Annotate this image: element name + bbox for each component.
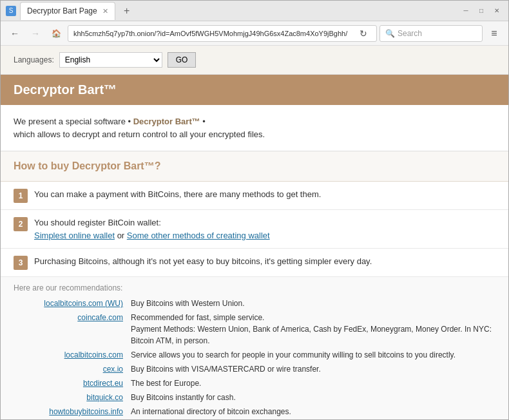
step-3-number: 3 [14,256,28,270]
how-to-title: How to buy Decryptor Bart™? [14,160,495,172]
step-2-number: 2 [14,217,28,231]
search-bar[interactable]: 🔍 Search [379,25,483,42]
intro-line2: which allows to decrypt and return contr… [14,129,265,139]
forward-button[interactable]: → [26,24,44,43]
minimize-button[interactable]: ─ [459,5,472,17]
simplest-wallet-link[interactable]: Simplest online wallet [34,231,115,240]
navigation-bar: ← → 🏠 khh5cmzh5q7yp7th.onion/?id=AmOvf5f… [1,21,508,46]
browser-content: Languages: English GO Decryptor Bart™ We… [1,46,508,419]
rec-row-coincafe: coincafe.com Recommended for fast, simpl… [14,312,495,347]
search-placeholder: Search [398,29,422,38]
rec-desc-btcdirect: The best for Europe. [131,377,495,389]
step-2-content: You should register BitCoin wallet: Simp… [34,216,495,242]
home-button[interactable]: 🏠 [47,24,65,43]
intro-section: We present a special software • Decrypto… [1,105,508,151]
rec-desc-bitquick: Buy Bitcoins instantly for cash. [131,392,495,403]
rec-link-coincafe[interactable]: coincafe.com [14,312,123,323]
go-button[interactable]: GO [168,52,197,68]
new-tab-button[interactable]: + [119,3,135,19]
page-header: Decryptor Bart™ [1,75,508,105]
rec-link-cex[interactable]: cex.io [14,363,123,375]
menu-button[interactable]: ≡ [485,24,503,43]
inner-page: Languages: English GO Decryptor Bart™ We… [1,46,508,419]
intro-text: We present a special software • Decrypto… [14,115,495,140]
rec-desc-howtobuy: An international directory of bitcoin ex… [131,406,495,417]
rec-row-localbitcoins: localbitcoins.com Service allows you to … [14,349,495,361]
rec-row-cex: cex.io Buy Bitcoins with VISA/MASTERCARD… [14,363,495,375]
language-bar: Languages: English GO [1,46,508,75]
reload-button[interactable]: ↻ [356,26,371,41]
rec-row-howtobuy: howtobuybitcoins.info An international d… [14,406,495,417]
how-to-section-header: How to buy Decryptor Bart™? [1,151,508,182]
address-bar[interactable]: khh5cmzh5q7yp7th.onion/?id=AmOvf5fWGH5VM… [68,25,377,42]
step-2: 2 You should register BitCoin wallet: Si… [1,210,508,249]
title-bar: S Decryptor Bart Page ✕ + ─ □ ✕ [1,1,508,21]
intro-line1: We present a special software • Decrypto… [14,117,206,126]
address-text: khh5cmzh5q7yp7th.onion/?id=AmOvf5fWGH5VM… [73,30,356,37]
back-button[interactable]: ← [6,24,24,43]
rec-desc-coincafe: Recommended for fast, simple service.Pay… [131,312,495,347]
recommendations-section: Here are our recommendations: localbitco… [1,277,508,419]
rec-row-btcdirect: btcdirect.eu The best for Europe. [14,377,495,389]
rec-desc-localbitcoins-wu: Buy Bitcoins with Western Union. [131,298,495,309]
page-title: Decryptor Bart™ [14,82,495,97]
browser-tab[interactable]: Decryptor Bart Page ✕ [20,2,115,20]
lang-label: Languages: [14,55,54,64]
tab-title: Decryptor Bart Page [27,6,97,15]
tab-close-icon[interactable]: ✕ [102,7,108,15]
step-1: 1 You can make a payment with BitCoins, … [1,182,508,210]
rec-link-localbitcoins[interactable]: localbitcoins.com [14,349,123,361]
browser-favicon: S [6,6,16,16]
maximize-button[interactable]: □ [475,5,488,17]
step-2-text: You should register BitCoin wallet: [34,218,161,227]
step-1-number: 1 [14,189,28,203]
step-3: 3 Purchasing Bitcoins, although it's not… [1,249,508,277]
other-methods-link[interactable]: Some other methods of creating wallet [127,231,270,240]
rec-desc-cex: Buy Bitcoins with VISA/MASTERCARD or wir… [131,363,495,375]
step-2-or: or [117,231,127,240]
language-select[interactable]: English [59,52,162,68]
rec-table: localbitcoins.com (WU) Buy Bitcoins with… [14,298,495,419]
step-3-content: Purchasing Bitcoins, although it's not y… [34,255,495,268]
rec-link-howtobuy[interactable]: howtobuybitcoins.info [14,406,123,417]
rec-label: Here are our recommendations: [14,283,495,292]
window-controls: ─ □ ✕ [459,5,503,17]
rec-link-localbitcoins-wu[interactable]: localbitcoins.com (WU) [14,298,123,309]
close-button[interactable]: ✕ [490,5,503,17]
rec-link-bitquick[interactable]: bitquick.co [14,392,123,403]
rec-row-bitquick: bitquick.co Buy Bitcoins instantly for c… [14,392,495,403]
page-scrollable[interactable]: Languages: English GO Decryptor Bart™ We… [1,46,508,419]
rec-row-localbitcoins-wu: localbitcoins.com (WU) Buy Bitcoins with… [14,298,495,309]
step-3-text: Purchasing Bitcoins, although it's not y… [34,256,372,266]
brand-name: Decryptor Bart™ [133,117,200,126]
browser-window: S Decryptor Bart Page ✕ + ─ □ ✕ ← → 🏠 kh… [0,0,509,420]
step-1-text: You can make a payment with BitCoins, th… [34,189,321,199]
rec-desc-localbitcoins: Service allows you to search for people … [131,349,495,361]
rec-link-btcdirect[interactable]: btcdirect.eu [14,377,123,389]
step-1-content: You can make a payment with BitCoins, th… [34,188,495,201]
